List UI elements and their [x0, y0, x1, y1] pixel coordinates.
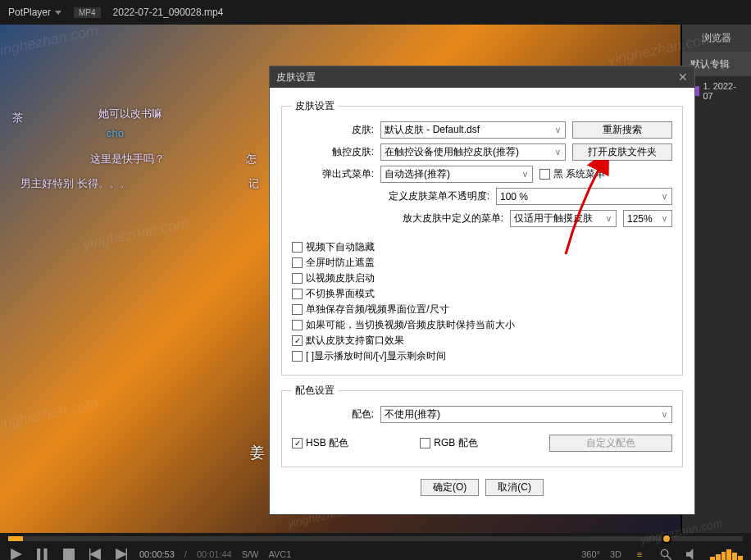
zoom-menu-label: 放大皮肤中定义的菜单:: [292, 212, 503, 225]
volume-bars[interactable]: [710, 548, 743, 560]
touch-skin-label: 触控皮肤:: [292, 145, 374, 159]
subtitle-button[interactable]: ≡: [631, 546, 648, 560]
svg-rect-0: [37, 549, 40, 560]
danmaku: cho: [107, 127, 124, 139]
fullscreen-checkbox[interactable]: [292, 257, 303, 268]
play-button[interactable]: [8, 546, 25, 560]
next-button[interactable]: [113, 546, 130, 560]
savesize-label: 单独保存音频/视频界面位置/尺寸: [306, 303, 449, 316]
control-bar: 00:00:53 / 00:01:44 S/W AVC1 360° 3D ≡: [0, 541, 751, 560]
videoskin-label: 以视频皮肤启动: [306, 271, 375, 285]
opacity-select[interactable]: 100 %v: [496, 188, 672, 205]
danmaku: 记: [248, 176, 259, 191]
noswitch-checkbox[interactable]: [292, 289, 303, 299]
cancel-button[interactable]: 取消(C): [485, 479, 544, 496]
hsb-checkbox[interactable]: [292, 438, 303, 448]
rgb-checkbox[interactable]: [420, 438, 430, 448]
svg-rect-1: [43, 549, 47, 560]
popup-menu-select[interactable]: 自动选择(推荐)v: [380, 166, 533, 183]
hsb-label: HSB 配色: [306, 436, 348, 450]
skin-label: 皮肤:: [292, 123, 374, 137]
codec-indicator: AVC1: [269, 549, 292, 559]
ok-button[interactable]: 确定(O): [421, 479, 479, 496]
svg-rect-2: [63, 549, 75, 560]
svg-rect-3: [89, 549, 90, 560]
black-menu-label: 黑 系统菜单: [553, 167, 605, 181]
danmaku: 男主好特别 长得。。。: [20, 176, 130, 191]
360-button[interactable]: 360°: [581, 549, 600, 559]
color-select[interactable]: 不使用(推荐)v: [380, 406, 672, 423]
prev-button[interactable]: [87, 546, 103, 560]
format-badge: MP4: [74, 7, 101, 18]
danmaku: 姜: [250, 443, 265, 462]
dialog-titlebar[interactable]: 皮肤设置 ✕: [270, 66, 694, 88]
time-total: 00:01:44: [197, 549, 232, 559]
touch-skin-select[interactable]: 在触控设备使用触控皮肤(推荐)v: [380, 143, 566, 161]
autohide-checkbox[interactable]: [292, 242, 303, 253]
3d-button[interactable]: 3D: [610, 549, 621, 559]
svg-rect-4: [126, 549, 127, 560]
keepsize-label: 如果可能，当切换视频/音频皮肤时保持当前大小: [306, 318, 515, 332]
open-skin-folder-button[interactable]: 打开皮肤文件夹: [572, 143, 672, 161]
research-button[interactable]: 重新搜索: [572, 121, 672, 139]
color-settings-group: 配色设置 配色: 不使用(推荐)v HSB 配色 RGB 配色 自定义配色: [281, 384, 683, 467]
rgb-label: RGB 配色: [434, 436, 477, 450]
filename: 2022-07-21_090028.mp4: [113, 7, 224, 18]
search-button[interactable]: [658, 546, 674, 560]
timedisplay-label: [ ]显示播放时间/[√]显示剩余时间: [306, 349, 446, 363]
progress-bar[interactable]: [0, 533, 751, 541]
keepsize-checkbox[interactable]: [292, 320, 303, 330]
chevron-down-icon: [55, 11, 61, 15]
danmaku: 这里是快手吗？: [90, 152, 165, 166]
danmaku: 茶: [12, 111, 23, 125]
zoom-pct-select[interactable]: 125%v: [623, 210, 672, 227]
legend: 配色设置: [292, 384, 338, 398]
popup-menu-label: 弹出式菜单:: [292, 167, 374, 181]
legend: 皮肤设置: [292, 99, 338, 113]
autohide-label: 视频下自动隐藏: [306, 240, 375, 254]
black-menu-checkbox[interactable]: [539, 169, 550, 180]
savesize-checkbox[interactable]: [292, 304, 303, 315]
skin-settings-dialog: 皮肤设置 ✕ 皮肤设置 皮肤: 默认皮肤 - Default.dsfv 重新搜索…: [269, 66, 695, 515]
pause-button[interactable]: [34, 546, 51, 560]
skin-settings-group: 皮肤设置 皮肤: 默认皮肤 - Default.dsfv 重新搜索 触控皮肤: …: [281, 99, 683, 376]
color-label: 配色:: [292, 407, 374, 421]
fullscreen-label: 全屏时防止遮盖: [306, 256, 375, 270]
speaker-icon[interactable]: [684, 546, 700, 560]
windoweffect-checkbox[interactable]: [292, 335, 303, 346]
zoom-mode-select[interactable]: 仅适用于触摸皮肤v: [510, 210, 617, 227]
timedisplay-checkbox[interactable]: [292, 351, 303, 362]
stop-button[interactable]: [61, 546, 77, 560]
dialog-title: 皮肤设置: [276, 71, 316, 84]
titlebar: PotPlayer MP4 2022-07-21_090028.mp4: [0, 0, 751, 25]
svg-line-6: [667, 555, 671, 560]
app-menu[interactable]: PotPlayer: [8, 7, 61, 18]
browser-tab[interactable]: 浏览器: [682, 25, 751, 52]
danmaku: 怎: [246, 152, 257, 166]
custom-color-button[interactable]: 自定义配色: [549, 435, 672, 452]
noswitch-label: 不切换界面模式: [306, 287, 375, 301]
skin-select[interactable]: 默认皮肤 - Default.dsfv: [380, 121, 566, 139]
windoweffect-label: 默认皮肤支持窗口效果: [306, 334, 404, 348]
danmaku: 她可以改书嘛: [98, 107, 162, 121]
videoskin-checkbox[interactable]: [292, 273, 303, 284]
time-current: 00:00:53: [139, 549, 175, 559]
close-icon[interactable]: ✕: [678, 71, 688, 84]
opacity-label: 定义皮肤菜单不透明度:: [292, 189, 489, 203]
sw-indicator[interactable]: S/W: [242, 549, 259, 559]
